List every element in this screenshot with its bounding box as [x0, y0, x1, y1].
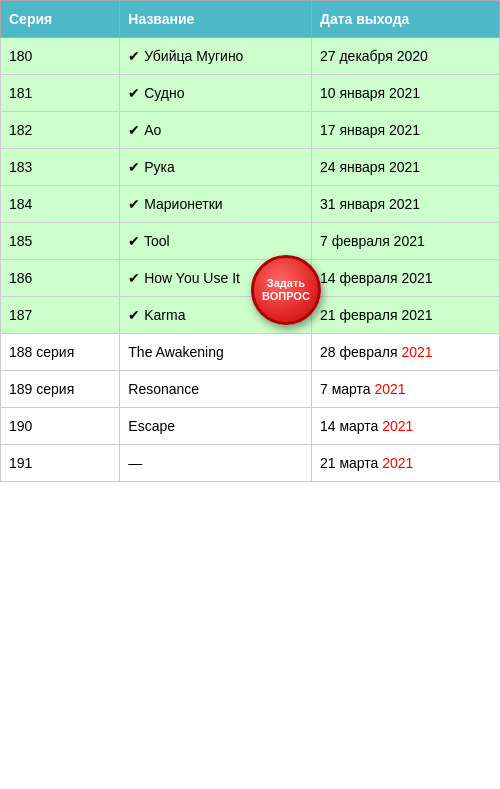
- episode-date: 24 января 2021: [311, 149, 499, 186]
- episode-number: 188 серия: [1, 334, 120, 371]
- episode-title: ✔ How You Use ItЗадать ВОПРОС: [120, 260, 312, 297]
- episode-number: 183: [1, 149, 120, 186]
- episode-date: 28 февраля 2021: [311, 334, 499, 371]
- episode-title: ✔ Убийца Мугино: [120, 38, 312, 75]
- header-title: Название: [120, 1, 312, 38]
- episode-number: 187: [1, 297, 120, 334]
- episode-date: 27 декабря 2020: [311, 38, 499, 75]
- date-red-part: 2021: [401, 344, 432, 360]
- ask-question-button[interactable]: Задать ВОПРОС: [251, 255, 321, 325]
- table-row: 188 серияThe Awakening28 февраля 2021: [1, 334, 500, 371]
- episode-number: 190: [1, 408, 120, 445]
- episode-date: 7 февраля 2021: [311, 223, 499, 260]
- episode-title: Escape: [120, 408, 312, 445]
- episode-title: ✔ Tool: [120, 223, 312, 260]
- table-row: 184✔ Марионетки31 января 2021: [1, 186, 500, 223]
- episode-number: 184: [1, 186, 120, 223]
- table-row: 182✔ Ао17 января 2021: [1, 112, 500, 149]
- episode-date: 17 января 2021: [311, 112, 499, 149]
- episode-number: 181: [1, 75, 120, 112]
- episode-number: 191: [1, 445, 120, 482]
- episode-date: 14 марта 2021: [311, 408, 499, 445]
- episode-title: ✔ Рука: [120, 149, 312, 186]
- table-row: 183✔ Рука24 января 2021: [1, 149, 500, 186]
- episode-number: 186: [1, 260, 120, 297]
- episode-title: —: [120, 445, 312, 482]
- table-row: 190Escape14 марта 2021: [1, 408, 500, 445]
- date-red-part: 2021: [374, 381, 405, 397]
- episode-number: 180: [1, 38, 120, 75]
- episode-date: 10 января 2021: [311, 75, 499, 112]
- date-black-part: 28 февраля: [320, 344, 401, 360]
- episode-number: 185: [1, 223, 120, 260]
- episode-title: The Awakening: [120, 334, 312, 371]
- episode-title: ✔ Ао: [120, 112, 312, 149]
- episode-date: 14 февраля 2021: [311, 260, 499, 297]
- date-black-part: 21 марта: [320, 455, 382, 471]
- date-red-part: 2021: [382, 418, 413, 434]
- episode-number: 189 серия: [1, 371, 120, 408]
- table-row: 189 серияResonance7 марта 2021: [1, 371, 500, 408]
- episode-date: 21 марта 2021: [311, 445, 499, 482]
- episode-title: Resonance: [120, 371, 312, 408]
- table-row: 191—21 марта 2021: [1, 445, 500, 482]
- table-row: 187✔ Karma21 февраля 2021: [1, 297, 500, 334]
- episode-number: 182: [1, 112, 120, 149]
- date-black-part: 14 марта: [320, 418, 382, 434]
- episode-title: ✔ Судно: [120, 75, 312, 112]
- header-series: Серия: [1, 1, 120, 38]
- table-row: 180✔ Убийца Мугино27 декабря 2020: [1, 38, 500, 75]
- date-red-part: 2021: [382, 455, 413, 471]
- table-row: 186✔ How You Use ItЗадать ВОПРОС14 февра…: [1, 260, 500, 297]
- table-row: 185✔ Tool7 февраля 2021: [1, 223, 500, 260]
- episode-date: 7 марта 2021: [311, 371, 499, 408]
- date-black-part: 7 марта: [320, 381, 375, 397]
- header-date: Дата выхода: [311, 1, 499, 38]
- episode-title: ✔ Марионетки: [120, 186, 312, 223]
- table-row: 181✔ Судно10 января 2021: [1, 75, 500, 112]
- episode-date: 31 января 2021: [311, 186, 499, 223]
- episode-date: 21 февраля 2021: [311, 297, 499, 334]
